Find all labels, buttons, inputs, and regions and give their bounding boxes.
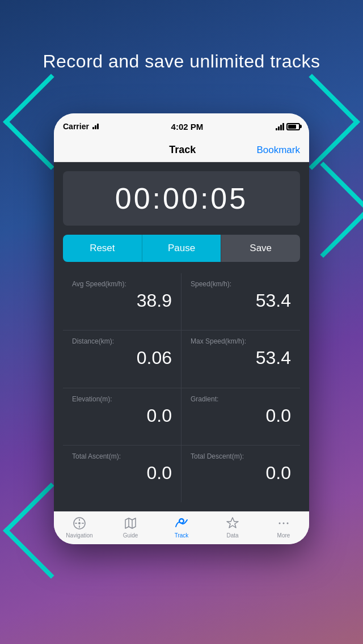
status-bar: Carrier 4:02 PM — [54, 113, 309, 138]
stat-value-total-descent: 0.0 — [191, 463, 291, 484]
stat-elevation: Elevation(m): 0.0 — [63, 388, 182, 446]
svg-point-12 — [287, 523, 289, 524]
status-left: Carrier — [63, 122, 99, 131]
stat-avg-speed: Avg Speed(km/h): 38.9 — [63, 273, 182, 331]
stat-label-total-descent: Total Descent(m): — [191, 452, 291, 460]
phone-mockup: Carrier 4:02 PM Track Bookmark — [54, 113, 309, 544]
track-icon — [174, 515, 189, 531]
bookmark-button[interactable]: Bookmark — [256, 145, 300, 156]
stat-value-gradient: 0.0 — [191, 405, 291, 426]
page-background-title: Record and save unlimited tracks — [0, 51, 363, 72]
timer-value: 00:00:05 — [73, 181, 290, 215]
pause-button[interactable]: Pause — [142, 235, 222, 262]
save-button[interactable]: Save — [221, 235, 300, 262]
stat-label-avg-speed: Avg Speed(km/h): — [72, 280, 172, 288]
tab-guide-label: Guide — [123, 532, 138, 539]
stat-distance: Distance(km): 0.06 — [63, 331, 182, 388]
tab-data-label: Data — [226, 532, 238, 539]
svg-point-11 — [283, 523, 285, 524]
tab-data[interactable]: Data — [207, 515, 258, 539]
tab-track-label: Track — [175, 532, 189, 539]
stat-label-distance: Distance(km): — [72, 337, 172, 345]
svg-point-9 — [180, 520, 183, 523]
control-buttons: Reset Pause Save — [63, 235, 300, 262]
stat-label-max-speed: Max Speed(km/h): — [191, 337, 291, 345]
stat-value-total-ascent: 0.0 — [72, 463, 172, 484]
stat-total-ascent: Total Ascent(m): 0.0 — [63, 446, 182, 502]
navigation-bar: Track Bookmark — [54, 138, 309, 162]
stat-value-elevation: 0.0 — [72, 405, 172, 426]
wifi-icon — [92, 124, 99, 129]
tab-more[interactable]: More — [258, 515, 309, 539]
stat-value-speed: 53.4 — [191, 290, 291, 311]
stat-label-total-ascent: Total Ascent(m): — [72, 452, 172, 460]
battery-icon — [286, 123, 300, 130]
svg-point-1 — [78, 522, 81, 524]
stat-value-avg-speed: 38.9 — [72, 290, 172, 311]
tab-track[interactable]: Track — [156, 515, 207, 539]
stat-max-speed: Max Speed(km/h): 53.4 — [182, 331, 300, 388]
stat-value-distance: 0.06 — [72, 348, 172, 368]
tab-navigation[interactable]: Navigation — [54, 515, 105, 539]
compass-icon — [71, 515, 87, 531]
stat-gradient: Gradient: 0.0 — [182, 388, 300, 446]
stat-label-elevation: Elevation(m): — [72, 395, 172, 403]
more-icon — [276, 515, 292, 531]
star-icon — [225, 515, 240, 531]
signal-icon — [276, 123, 284, 130]
stat-total-descent: Total Descent(m): 0.0 — [182, 446, 300, 502]
tab-more-label: More — [277, 532, 290, 539]
tab-guide[interactable]: Guide — [105, 515, 156, 539]
stat-label-speed: Speed(km/h): — [191, 280, 291, 288]
timer-display: 00:00:05 — [63, 171, 300, 226]
main-content: 00:00:05 Reset Pause Save Avg Speed(km/h… — [54, 162, 309, 511]
status-time: 4:02 PM — [171, 122, 204, 132]
reset-button[interactable]: Reset — [63, 235, 142, 262]
svg-point-10 — [279, 523, 281, 524]
map-icon — [123, 515, 138, 531]
stats-grid: Avg Speed(km/h): 38.9 Speed(km/h): 53.4 … — [63, 273, 300, 502]
stat-value-max-speed: 53.4 — [191, 348, 291, 368]
tab-bar: Navigation Guide Track — [54, 511, 309, 544]
nav-title: Track — [169, 144, 196, 156]
tab-navigation-label: Navigation — [66, 532, 92, 539]
stat-speed: Speed(km/h): 53.4 — [182, 273, 300, 331]
carrier-label: Carrier — [63, 122, 89, 131]
stat-label-gradient: Gradient: — [191, 395, 291, 403]
status-right — [276, 123, 300, 130]
